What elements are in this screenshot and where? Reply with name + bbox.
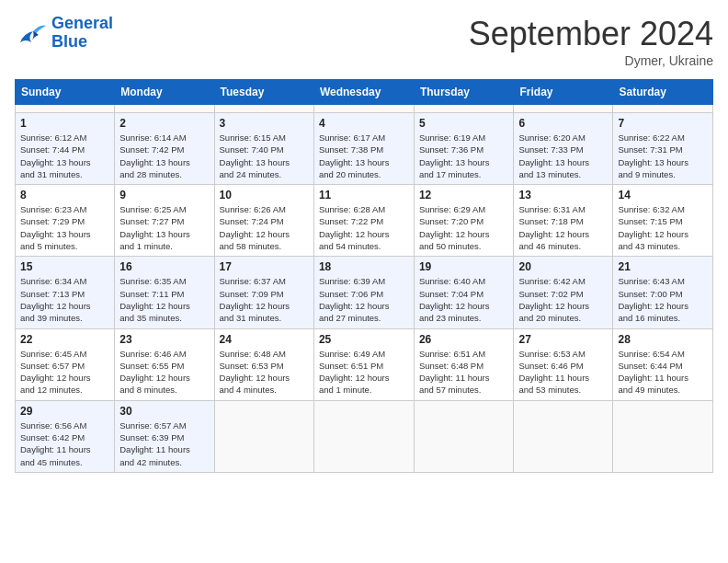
day-number: 27 (518, 333, 608, 346)
day-info: Sunrise: 6:28 AM Sunset: 7:22 PM Dayligh… (319, 203, 409, 252)
calendar-week-row: 29Sunrise: 6:56 AM Sunset: 6:42 PM Dayli… (16, 400, 713, 472)
day-number: 30 (119, 405, 209, 418)
calendar-cell: 15Sunrise: 6:34 AM Sunset: 7:13 PM Dayli… (16, 257, 115, 328)
day-info: Sunrise: 6:26 AM Sunset: 7:24 PM Dayligh… (220, 203, 309, 252)
calendar-cell: 13Sunrise: 6:31 AM Sunset: 7:18 PM Dayli… (514, 185, 613, 257)
day-number: 14 (618, 189, 708, 201)
day-number: 9 (119, 189, 209, 201)
day-info: Sunrise: 6:14 AM Sunset: 7:42 PM Dayligh… (119, 132, 209, 180)
day-info: Sunrise: 6:39 AM Sunset: 7:06 PM Dayligh… (319, 275, 409, 324)
calendar-cell: 17Sunrise: 6:37 AM Sunset: 7:09 PM Dayli… (214, 257, 313, 328)
calendar-cell (414, 105, 514, 113)
calendar-cell: 10Sunrise: 6:26 AM Sunset: 7:24 PM Dayli… (214, 185, 313, 257)
day-info: Sunrise: 6:56 AM Sunset: 6:42 PM Dayligh… (20, 419, 109, 468)
day-number: 23 (119, 333, 209, 346)
day-number: 11 (319, 189, 409, 201)
day-number: 18 (319, 260, 409, 273)
day-number: 1 (20, 117, 109, 130)
day-info: Sunrise: 6:23 AM Sunset: 7:29 PM Dayligh… (20, 203, 109, 252)
day-number: 24 (220, 333, 309, 346)
calendar-week-row: 1Sunrise: 6:12 AM Sunset: 7:44 PM Daylig… (16, 113, 713, 185)
calendar-cell: 16Sunrise: 6:35 AM Sunset: 7:11 PM Dayli… (115, 257, 214, 328)
day-info: Sunrise: 6:42 AM Sunset: 7:02 PM Dayligh… (518, 275, 608, 324)
calendar-header-monday: Monday (115, 80, 214, 105)
calendar-week-row: 15Sunrise: 6:34 AM Sunset: 7:13 PM Dayli… (16, 257, 713, 328)
day-info: Sunrise: 6:43 AM Sunset: 7:00 PM Dayligh… (618, 275, 708, 324)
day-number: 2 (119, 117, 209, 130)
day-info: Sunrise: 6:29 AM Sunset: 7:20 PM Dayligh… (419, 203, 509, 252)
title-block: September 2024 Dymer, Ukraine (469, 15, 713, 68)
calendar-cell: 3Sunrise: 6:15 AM Sunset: 7:40 PM Daylig… (214, 113, 313, 185)
day-number: 15 (20, 260, 109, 273)
day-number: 26 (419, 333, 509, 346)
day-number: 13 (518, 189, 608, 201)
day-info: Sunrise: 6:17 AM Sunset: 7:38 PM Dayligh… (319, 132, 409, 180)
day-number: 3 (220, 117, 309, 130)
day-info: Sunrise: 6:48 AM Sunset: 6:53 PM Dayligh… (220, 348, 309, 396)
calendar-cell (613, 400, 713, 472)
day-info: Sunrise: 6:37 AM Sunset: 7:09 PM Dayligh… (220, 275, 309, 324)
day-info: Sunrise: 6:49 AM Sunset: 6:51 PM Dayligh… (319, 348, 409, 396)
calendar-cell: 23Sunrise: 6:46 AM Sunset: 6:55 PM Dayli… (115, 328, 214, 400)
day-info: Sunrise: 6:34 AM Sunset: 7:13 PM Dayligh… (20, 275, 109, 324)
day-number: 20 (518, 260, 608, 273)
calendar-cell: 22Sunrise: 6:45 AM Sunset: 6:57 PM Dayli… (16, 328, 115, 400)
day-info: Sunrise: 6:20 AM Sunset: 7:33 PM Dayligh… (518, 132, 608, 180)
calendar-cell (313, 105, 414, 113)
calendar-cell: 30Sunrise: 6:57 AM Sunset: 6:39 PM Dayli… (115, 400, 214, 472)
calendar-cell (613, 105, 713, 113)
calendar-cell (313, 400, 414, 472)
calendar-week-row: 8Sunrise: 6:23 AM Sunset: 7:29 PM Daylig… (16, 185, 713, 257)
day-info: Sunrise: 6:22 AM Sunset: 7:31 PM Dayligh… (618, 132, 708, 180)
calendar-cell: 26Sunrise: 6:51 AM Sunset: 6:48 PM Dayli… (414, 328, 514, 400)
calendar-header-sunday: Sunday (16, 80, 115, 105)
day-number: 12 (419, 189, 509, 201)
day-info: Sunrise: 6:51 AM Sunset: 6:48 PM Dayligh… (419, 348, 509, 396)
day-number: 21 (618, 260, 708, 273)
calendar-cell: 24Sunrise: 6:48 AM Sunset: 6:53 PM Dayli… (214, 328, 313, 400)
day-info: Sunrise: 6:25 AM Sunset: 7:27 PM Dayligh… (119, 203, 209, 252)
calendar-header-wednesday: Wednesday (313, 80, 414, 105)
day-number: 8 (20, 189, 109, 201)
calendar-cell: 28Sunrise: 6:54 AM Sunset: 6:44 PM Dayli… (613, 328, 713, 400)
calendar-cell: 25Sunrise: 6:49 AM Sunset: 6:51 PM Dayli… (313, 328, 414, 400)
day-number: 29 (20, 405, 109, 418)
calendar-cell: 14Sunrise: 6:32 AM Sunset: 7:15 PM Dayli… (613, 185, 713, 257)
day-info: Sunrise: 6:31 AM Sunset: 7:18 PM Dayligh… (518, 203, 608, 252)
page-header: General Blue September 2024 Dymer, Ukrai… (15, 15, 713, 68)
day-number: 6 (518, 117, 608, 130)
day-number: 7 (618, 117, 708, 130)
calendar-cell: 19Sunrise: 6:40 AM Sunset: 7:04 PM Dayli… (414, 257, 514, 328)
day-number: 16 (119, 260, 209, 273)
calendar-header-friday: Friday (514, 80, 613, 105)
day-info: Sunrise: 6:19 AM Sunset: 7:36 PM Dayligh… (419, 132, 509, 180)
day-number: 19 (419, 260, 509, 273)
calendar-cell (514, 400, 613, 472)
day-number: 10 (220, 189, 309, 201)
day-info: Sunrise: 6:45 AM Sunset: 6:57 PM Dayligh… (20, 348, 109, 396)
logo-text: General Blue (51, 15, 113, 52)
day-number: 17 (220, 260, 309, 273)
day-number: 4 (319, 117, 409, 130)
calendar-cell: 27Sunrise: 6:53 AM Sunset: 6:46 PM Dayli… (514, 328, 613, 400)
calendar-cell: 20Sunrise: 6:42 AM Sunset: 7:02 PM Dayli… (514, 257, 613, 328)
day-info: Sunrise: 6:53 AM Sunset: 6:46 PM Dayligh… (518, 348, 608, 396)
calendar-header-saturday: Saturday (613, 80, 713, 105)
calendar-cell: 9Sunrise: 6:25 AM Sunset: 7:27 PM Daylig… (115, 185, 214, 257)
logo-icon (15, 17, 48, 50)
calendar-cell: 8Sunrise: 6:23 AM Sunset: 7:29 PM Daylig… (16, 185, 115, 257)
day-info: Sunrise: 6:12 AM Sunset: 7:44 PM Dayligh… (20, 132, 109, 180)
day-number: 22 (20, 333, 109, 346)
day-info: Sunrise: 6:57 AM Sunset: 6:39 PM Dayligh… (119, 419, 209, 468)
calendar-cell: 5Sunrise: 6:19 AM Sunset: 7:36 PM Daylig… (414, 113, 514, 185)
calendar-cell (214, 105, 313, 113)
calendar-header-thursday: Thursday (414, 80, 514, 105)
day-number: 25 (319, 333, 409, 346)
day-info: Sunrise: 6:15 AM Sunset: 7:40 PM Dayligh… (220, 132, 309, 180)
day-number: 5 (419, 117, 509, 130)
calendar-cell: 4Sunrise: 6:17 AM Sunset: 7:38 PM Daylig… (313, 113, 414, 185)
calendar-week-row (16, 105, 713, 113)
calendar-cell: 2Sunrise: 6:14 AM Sunset: 7:42 PM Daylig… (115, 113, 214, 185)
calendar-cell: 11Sunrise: 6:28 AM Sunset: 7:22 PM Dayli… (313, 185, 414, 257)
location-subtitle: Dymer, Ukraine (469, 53, 713, 68)
